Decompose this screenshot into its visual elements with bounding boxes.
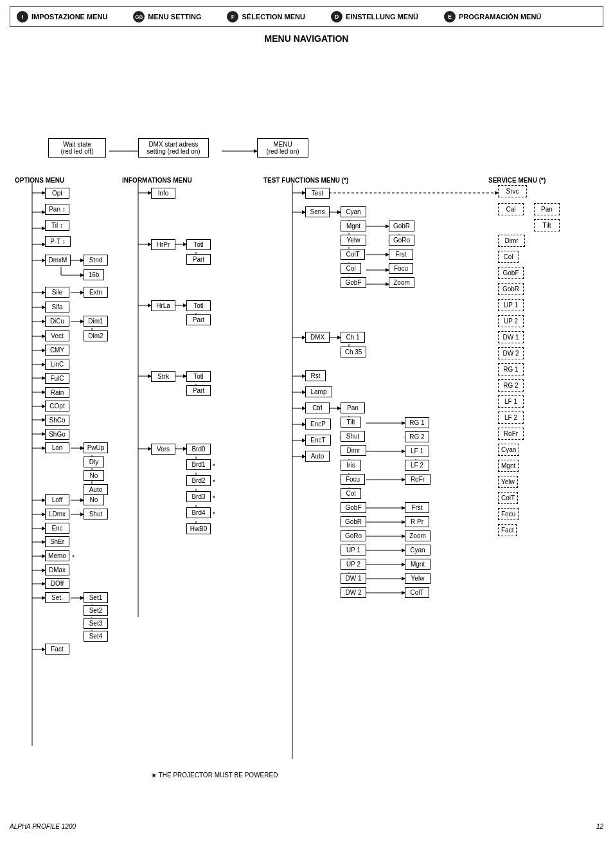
lang-gb: GB <box>133 11 145 23</box>
set-box: Set. <box>45 592 69 603</box>
gobf-svc-box: GobF <box>498 267 524 279</box>
sifa-box: Sifa <box>45 302 69 312</box>
header-text-f: SÉLECTION MENU <box>242 13 305 21</box>
footnote: ★ THE PROJECTOR MUST BE POWERED <box>151 772 278 779</box>
enct-box: EncT <box>305 435 331 446</box>
header-item-i: I IMPOSTAZIONE MENU <box>17 11 107 23</box>
tilt-svc-box: Tilt <box>534 219 560 231</box>
dimr-ctrl-box: Dimr <box>341 445 366 456</box>
dimr-svc-box: Dimr <box>498 235 525 247</box>
iris-ctrl-box: Iris <box>341 460 361 471</box>
gobf-sens-box: GobF <box>341 277 366 288</box>
info-box: Info <box>151 188 175 199</box>
tilt-ctrl-box: Tilt <box>341 417 361 428</box>
brd3-star: * <box>213 495 215 502</box>
totl-hrpr-box: Totl <box>186 239 211 250</box>
col-svc-box: Col <box>498 251 519 263</box>
ctrl-box: Ctrl <box>305 402 330 413</box>
header-text-d: EINSTELLUNG MENÜ <box>346 13 418 21</box>
dw1-ctrl-box: DW 1 <box>341 573 366 584</box>
brd4-box: Brd4 <box>186 507 211 518</box>
yelw-svc-box: Yelw <box>498 476 518 488</box>
test-menu-label: TEST FUNCTIONS MENU (*) <box>263 177 348 184</box>
header-text-e: PROGRAMACIÓN MENÚ <box>459 13 541 21</box>
opt-box: Opt <box>45 188 69 199</box>
brd2-box: Brd2 <box>186 475 211 486</box>
dw2-ctrl-box: DW 2 <box>341 587 366 598</box>
focu-svc-box: Focu <box>498 508 519 520</box>
up1-ctrl-box: UP 1 <box>341 545 366 556</box>
up2-ctrl-box: UP 2 <box>341 559 366 570</box>
set1-box: Set1 <box>84 592 108 603</box>
header-text-i: IMPOSTAZIONE MENU <box>31 13 107 21</box>
dmxm-box: DmxM <box>45 255 71 266</box>
dw1-svc-box: DW 1 <box>498 331 524 343</box>
auto-box: Auto <box>84 484 108 495</box>
col-sens-box: Col <box>341 263 361 274</box>
mgnt-ctrl-box: Mgnt <box>405 559 431 570</box>
lang-i: I <box>17 11 28 23</box>
lang-e: E <box>444 11 456 23</box>
header-item-e: E PROGRAMACIÓN MENÚ <box>444 11 541 23</box>
part-hrpr-box: Part <box>186 254 211 265</box>
rofr-ctrl-box: RoFr <box>405 474 431 485</box>
header-item-gb: GB MENU SETTING <box>133 11 201 23</box>
set2-box: Set2 <box>84 605 108 616</box>
til-box: Til ↕ <box>45 220 69 231</box>
brd1-box: Brd1 <box>186 459 211 470</box>
strk-box: Strk <box>151 371 175 382</box>
wait-state-box: Wait state(red led off) <box>48 138 106 158</box>
dmx-start-box: DMX start adresssetting (red led on) <box>138 138 209 158</box>
encp-box: EncP <box>305 419 331 429</box>
cyan-sens-box: Cyan <box>341 206 366 217</box>
rain-box: Rain <box>45 387 69 398</box>
enc-box: Enc <box>45 523 69 534</box>
cmy-box: CMY <box>45 345 69 356</box>
mgnt-box: Mgnt <box>341 221 366 231</box>
brd4-star: * <box>213 511 215 518</box>
ch35-box: Ch 35 <box>341 347 366 357</box>
header-item-f: F SÉLECTION MENU <box>227 11 305 23</box>
set4-box: Set4 <box>84 631 108 642</box>
lf2-svc-box: LF 2 <box>498 411 524 424</box>
yelw-sens-box: Yelw <box>341 235 366 246</box>
totl-hrla-box: Totl <box>186 300 211 311</box>
service-menu-label: SERVICE MENU (*) <box>488 177 546 184</box>
brd2-star: * <box>213 479 215 486</box>
doff-box: DOff <box>45 578 69 589</box>
dmx-box: DMX <box>305 332 330 343</box>
footer-brand: ALPHA PROFILE 1200 <box>10 823 76 830</box>
rst-box: Rst <box>305 370 326 381</box>
fact-box: Fact <box>45 644 69 655</box>
info-menu-label: INFORMATIONS MENU <box>122 177 192 184</box>
colt-svc-box: ColT <box>498 492 518 504</box>
shut-box: Shut <box>84 509 108 520</box>
sile-box: Sile <box>45 287 69 298</box>
menu-box: MENU(red led on) <box>257 138 308 158</box>
part-hrla-box: Part <box>186 314 211 325</box>
focu-sens-box: Focu <box>389 263 413 274</box>
stnd-box: Stnd <box>84 255 108 266</box>
rg2-svc-box: RG 2 <box>498 379 524 392</box>
gobr-svc-box: GobR <box>498 283 524 295</box>
cyan-ctrl-box: Cyan <box>405 545 431 556</box>
frst-sens-box: Frst <box>389 249 413 260</box>
options-menu-label: OPTIONS MENU <box>15 177 64 184</box>
memo-star: * <box>72 554 75 561</box>
srvc-box: Srvc <box>498 185 527 197</box>
pan-ctrl-box: Pan <box>341 402 365 413</box>
lf1-svc-box: LF 1 <box>498 395 524 408</box>
cyan-svc-box: Cyan <box>498 444 519 456</box>
sens-box: Sens <box>305 206 330 217</box>
test-box: Test <box>305 188 330 199</box>
brd3-box: Brd3 <box>186 491 211 502</box>
fact-svc-box: Fact <box>498 524 517 536</box>
lon-box: Lon <box>45 442 69 453</box>
vers-box: Vers <box>151 444 175 455</box>
zoom-sens-box: Zoom <box>389 277 414 288</box>
fulc-box: FulC <box>45 373 69 384</box>
ldmx-box: LDmx <box>45 509 69 520</box>
gobr-ctrl-box: GobR <box>341 516 366 527</box>
no-box: No <box>84 470 104 481</box>
up1-svc-box: UP 1 <box>498 299 524 311</box>
